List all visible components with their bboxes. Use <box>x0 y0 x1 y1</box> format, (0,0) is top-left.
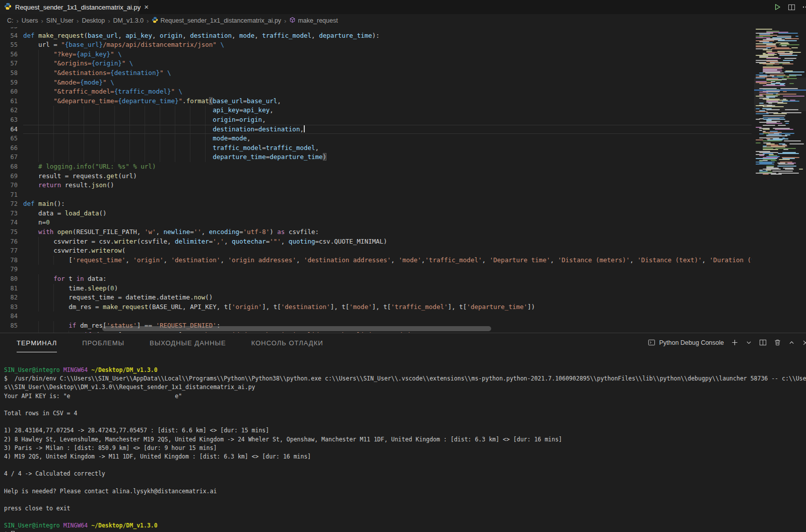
line-number: 67 <box>0 153 23 162</box>
line-number: 60 <box>0 87 23 97</box>
split-terminal-icon[interactable] <box>759 339 767 346</box>
symbol-method-icon <box>289 17 296 25</box>
code-line: 66 traffic_model=traffic_model, <box>0 143 752 153</box>
breadcrumb-item-users[interactable]: Users <box>22 17 38 24</box>
code-line: 81 time.sleep(0) <box>0 284 752 293</box>
more-actions-icon[interactable] <box>802 3 806 11</box>
terminal-line <box>4 496 806 504</box>
python-icon <box>152 17 158 25</box>
line-number: 79 <box>0 265 23 274</box>
terminal-output[interactable]: SIN_User@integro MINGW64 ~/Desktop/DM_v1… <box>0 352 806 532</box>
line-number: 59 <box>0 78 23 88</box>
code-line: 68 # logging.info("URL: %s" % url) <box>0 162 752 172</box>
code-line: 54def make_request(base_url, api_key, or… <box>0 31 752 41</box>
terminal-line: $ <box>4 530 806 532</box>
line-number: 54 <box>0 31 23 41</box>
panel-tab-problems[interactable]: ПРОБЛЕМЫ <box>82 333 124 352</box>
terminal-line <box>4 418 806 426</box>
line-number: 64 <box>0 125 23 134</box>
code-line: 71 <box>0 190 752 200</box>
terminal-line: SIN_User@integro MINGW64 ~/Desktop/DM_v1… <box>4 366 806 374</box>
code-line: 61 "&departure_time={departure_time}".fo… <box>0 97 752 106</box>
code-line: 53 <box>0 27 752 31</box>
code-line: 75 with open(RESULT_FILE_PATH, 'w', newl… <box>0 227 752 237</box>
breadcrumb: C:› Users› SIN_User› Desktop› DM_v1.3.0›… <box>0 14 806 27</box>
tab-title: Request_sender_1x1_distancematrix_ai.py <box>15 4 141 11</box>
code-line: 64 destination=destination, <box>0 125 752 134</box>
code-line: 60 "&traffic_model={traffic_model}" \ <box>0 87 752 97</box>
terminal-profile-picker[interactable]: Python Debug Console <box>648 339 724 346</box>
panel-actions: Python Debug Console <box>648 333 806 352</box>
split-editor-icon[interactable] <box>788 4 795 11</box>
run-button[interactable] <box>773 3 781 11</box>
line-number: 73 <box>0 209 23 218</box>
code-line: 78 ['request_time', 'origin', 'destinati… <box>0 256 752 265</box>
code-editor[interactable]: 5354def make_request(base_url, api_key, … <box>0 27 752 333</box>
terminal-icon <box>648 339 655 346</box>
breadcrumb-separator: › <box>17 17 19 25</box>
code-line: 84 <box>0 312 752 321</box>
breadcrumb-item-desktop[interactable]: Desktop <box>82 17 105 24</box>
code-line: 69 result = requests.get(url) <box>0 172 752 181</box>
terminal-line: Your API KEY is: "e e" <box>4 392 806 401</box>
code-line: 82 request_time = datetime.datetime.now(… <box>0 293 752 302</box>
line-number: 71 <box>0 190 23 200</box>
chevron-down-icon[interactable] <box>746 339 752 346</box>
minimap[interactable] <box>754 27 806 333</box>
terminal-line: 1) 28.43164,77.07254 -> 28.47243,77.0545… <box>4 426 806 435</box>
code-line: 62 api_key=api_key, <box>0 106 752 115</box>
code-line: 63 origin=origin, <box>0 115 752 125</box>
line-number: 82 <box>0 293 23 302</box>
breadcrumb-item-drive[interactable]: C: <box>7 17 14 24</box>
line-number: 56 <box>0 50 23 59</box>
terminal-line: SIN_User@integro MINGW64 ~/Desktop/DM_v1… <box>4 521 806 530</box>
text-cursor <box>304 125 305 132</box>
code-line: 74 n=0 <box>0 218 752 227</box>
terminal-line: press close to exit <box>4 504 806 513</box>
line-number: 80 <box>0 274 23 284</box>
line-number: 62 <box>0 106 23 115</box>
line-number: 57 <box>0 59 23 68</box>
horizontal-scrollbar[interactable] <box>102 326 491 331</box>
line-number: 78 <box>0 256 23 265</box>
close-panel-icon[interactable] <box>802 339 806 346</box>
breadcrumb-separator: › <box>284 17 286 25</box>
panel-tab-debug-console[interactable]: КОНСОЛЬ ОТЛАДКИ <box>251 333 323 352</box>
line-number: 72 <box>0 199 23 209</box>
line-number: 81 <box>0 284 23 293</box>
terminal-line <box>4 513 806 521</box>
maximize-panel-icon[interactable] <box>788 339 795 346</box>
code-line: 73 data = load_data() <box>0 209 752 218</box>
line-number: 61 <box>0 97 23 106</box>
code-line: 72def main(): <box>0 199 752 209</box>
line-number: 68 <box>0 162 23 172</box>
editor-tab-active[interactable]: Request_sender_1x1_distancematrix_ai.py … <box>0 0 139 14</box>
line-number: 53 <box>0 27 23 31</box>
line-number: 63 <box>0 115 23 125</box>
panel-tab-terminal[interactable]: ТЕРМИНАЛ <box>17 333 57 352</box>
code-line: 77 csvwriter.writerow( <box>0 246 752 256</box>
terminal-line: Total rows in CSV = 4 <box>4 409 806 418</box>
code-line: 80 for t in data: <box>0 274 752 284</box>
kill-terminal-icon[interactable] <box>774 339 781 346</box>
vscode-window: Request_sender_1x1_distancematrix_ai.py … <box>0 0 806 532</box>
line-number: 65 <box>0 134 23 143</box>
new-terminal-button[interactable] <box>731 339 738 346</box>
editor-lines: 5354def make_request(base_url, api_key, … <box>0 27 752 333</box>
breadcrumb-separator: › <box>41 17 43 25</box>
line-number: 70 <box>0 181 23 190</box>
breadcrumb-separator: › <box>108 17 110 25</box>
code-line: 67 departure_time=departure_time) <box>0 153 752 162</box>
breadcrumb-item-file[interactable]: Request_sender_1x1_distancematrix_ai.py <box>152 17 281 25</box>
line-number: 84 <box>0 312 23 321</box>
breadcrumb-item-symbol[interactable]: make_request <box>289 17 338 25</box>
breadcrumb-separator: › <box>147 17 149 25</box>
breadcrumb-item-user[interactable]: SIN_User <box>46 17 74 24</box>
breadcrumb-item-folder[interactable]: DM_v1.3.0 <box>113 17 144 24</box>
panel-tab-output[interactable]: ВЫХОДНЫЕ ДАННЫЕ <box>150 333 226 352</box>
python-icon <box>4 3 12 12</box>
tab-close-icon[interactable]: × <box>144 3 149 12</box>
editor-tab-strip: Request_sender_1x1_distancematrix_ai.py … <box>0 0 806 14</box>
code-line: 58 "&destinations={destination}" \ <box>0 68 752 78</box>
line-number: 85 <box>0 321 23 331</box>
